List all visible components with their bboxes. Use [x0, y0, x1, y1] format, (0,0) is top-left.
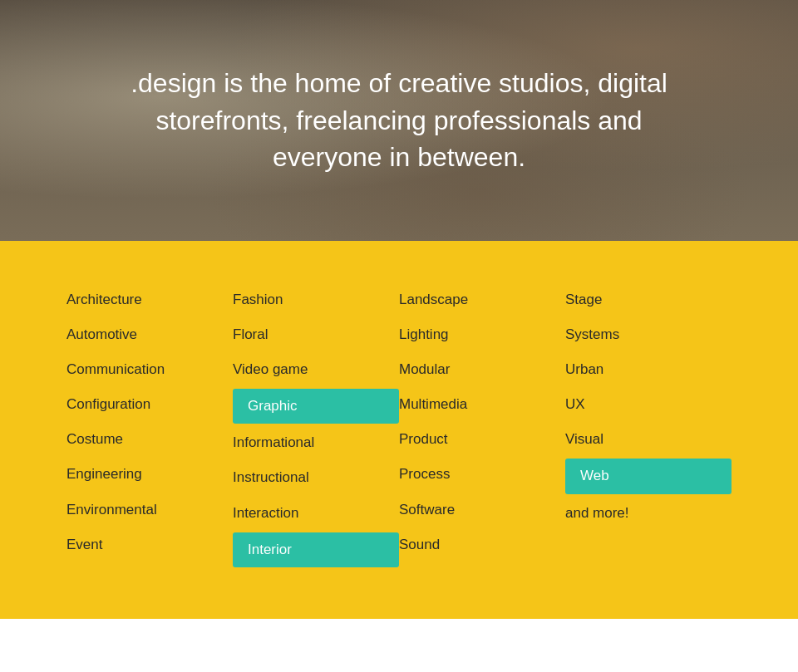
category-item-process[interactable]: Process: [399, 457, 565, 492]
category-item-and-more![interactable]: and more!: [565, 496, 732, 531]
category-item-web[interactable]: Web: [565, 459, 732, 493]
category-item-stage[interactable]: Stage: [565, 282, 732, 317]
category-item-event[interactable]: Event: [66, 527, 233, 562]
category-item-software[interactable]: Software: [399, 493, 565, 527]
category-item-ux[interactable]: UX: [565, 387, 732, 422]
categories-section: ArchitectureAutomotiveCommunicationConfi…: [0, 241, 798, 619]
category-item-interior[interactable]: Interior: [233, 532, 399, 567]
categories-grid: ArchitectureAutomotiveCommunicationConfi…: [66, 282, 732, 569]
category-item-product[interactable]: Product: [399, 422, 565, 457]
category-item-lighting[interactable]: Lighting: [399, 317, 565, 352]
category-item-engineering[interactable]: Engineering: [66, 457, 233, 492]
hero-section: .design is the home of creative studios,…: [0, 0, 798, 241]
category-column-2: FashionFloralVideo gameGraphicInformatio…: [233, 282, 399, 569]
category-item-video-game[interactable]: Video game: [233, 352, 399, 387]
category-item-informational[interactable]: Informational: [233, 425, 399, 460]
category-item-visual[interactable]: Visual: [565, 422, 732, 457]
hero-tagline: .design is the home of creative studios,…: [66, 65, 732, 176]
category-item-automotive[interactable]: Automotive: [66, 317, 233, 352]
category-item-fashion[interactable]: Fashion: [233, 282, 399, 317]
category-item-sound[interactable]: Sound: [399, 527, 565, 562]
category-item-landscape[interactable]: Landscape: [399, 282, 565, 317]
category-item-modular[interactable]: Modular: [399, 352, 565, 387]
category-item-environmental[interactable]: Environmental: [66, 493, 233, 527]
category-item-systems[interactable]: Systems: [565, 317, 732, 352]
category-item-interaction[interactable]: Interaction: [233, 496, 399, 531]
category-item-communication[interactable]: Communication: [66, 352, 233, 387]
category-item-floral[interactable]: Floral: [233, 317, 399, 352]
category-column-1: ArchitectureAutomotiveCommunicationConfi…: [66, 282, 233, 569]
category-item-architecture[interactable]: Architecture: [66, 282, 233, 317]
category-item-configuration[interactable]: Configuration: [66, 387, 233, 422]
category-item-instructional[interactable]: Instructional: [233, 460, 399, 495]
category-column-3: LandscapeLightingModularMultimediaProduc…: [399, 282, 565, 569]
category-item-costume[interactable]: Costume: [66, 422, 233, 457]
category-item-urban[interactable]: Urban: [565, 352, 732, 387]
category-item-graphic[interactable]: Graphic: [233, 389, 399, 424]
category-item-multimedia[interactable]: Multimedia: [399, 387, 565, 422]
category-column-4: StageSystemsUrbanUXVisualWeband more!: [565, 282, 732, 569]
